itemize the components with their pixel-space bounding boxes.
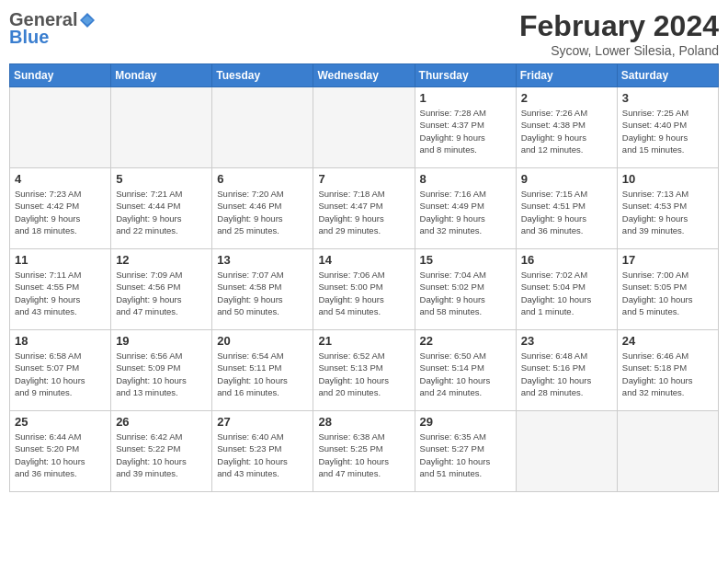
weekday-header-monday: Monday — [111, 64, 212, 87]
day-detail: Sunrise: 7:07 AM Sunset: 4:58 PM Dayligh… — [217, 269, 308, 317]
day-number: 5 — [116, 172, 207, 186]
day-number: 2 — [521, 91, 612, 105]
calendar-cell: 6Sunrise: 7:20 AM Sunset: 4:46 PM Daylig… — [212, 168, 313, 249]
day-number: 8 — [420, 172, 511, 186]
calendar-cell: 14Sunrise: 7:06 AM Sunset: 5:00 PM Dayli… — [313, 249, 415, 330]
calendar-cell — [617, 411, 718, 492]
day-detail: Sunrise: 6:40 AM Sunset: 5:23 PM Dayligh… — [217, 431, 308, 479]
day-number: 17 — [622, 253, 713, 267]
day-number: 16 — [521, 253, 612, 267]
calendar-cell: 29Sunrise: 6:35 AM Sunset: 5:27 PM Dayli… — [415, 411, 516, 492]
day-detail: Sunrise: 6:46 AM Sunset: 5:18 PM Dayligh… — [622, 350, 713, 398]
page-header: General Blue February 2024 Sycow, Lower … — [9, 9, 719, 58]
day-number: 7 — [318, 172, 409, 186]
calendar-cell: 2Sunrise: 7:26 AM Sunset: 4:38 PM Daylig… — [516, 87, 617, 168]
calendar-cell: 15Sunrise: 7:04 AM Sunset: 5:02 PM Dayli… — [415, 249, 516, 330]
day-detail: Sunrise: 6:38 AM Sunset: 5:25 PM Dayligh… — [318, 431, 409, 479]
weekday-header-tuesday: Tuesday — [212, 64, 313, 87]
day-detail: Sunrise: 6:56 AM Sunset: 5:09 PM Dayligh… — [116, 350, 207, 398]
logo-blue: Blue — [9, 27, 49, 48]
day-detail: Sunrise: 7:28 AM Sunset: 4:37 PM Dayligh… — [420, 107, 511, 155]
calendar-cell: 12Sunrise: 7:09 AM Sunset: 4:56 PM Dayli… — [111, 249, 212, 330]
day-detail: Sunrise: 6:35 AM Sunset: 5:27 PM Dayligh… — [420, 431, 511, 479]
day-detail: Sunrise: 7:15 AM Sunset: 4:51 PM Dayligh… — [521, 188, 612, 236]
calendar-cell: 22Sunrise: 6:50 AM Sunset: 5:14 PM Dayli… — [415, 330, 516, 411]
day-number: 19 — [116, 334, 207, 348]
day-detail: Sunrise: 7:20 AM Sunset: 4:46 PM Dayligh… — [217, 188, 308, 236]
weekday-header-friday: Friday — [516, 64, 617, 87]
day-number: 13 — [217, 253, 308, 267]
day-number: 23 — [521, 334, 612, 348]
calendar-subtitle: Sycow, Lower Silesia, Poland — [519, 43, 719, 58]
day-number: 6 — [217, 172, 308, 186]
day-detail: Sunrise: 7:18 AM Sunset: 4:47 PM Dayligh… — [318, 188, 409, 236]
calendar-cell: 19Sunrise: 6:56 AM Sunset: 5:09 PM Dayli… — [111, 330, 212, 411]
week-row-3: 11Sunrise: 7:11 AM Sunset: 4:55 PM Dayli… — [10, 249, 719, 330]
day-detail: Sunrise: 7:21 AM Sunset: 4:44 PM Dayligh… — [116, 188, 207, 236]
calendar-cell: 24Sunrise: 6:46 AM Sunset: 5:18 PM Dayli… — [617, 330, 718, 411]
day-number: 14 — [318, 253, 409, 267]
day-detail: Sunrise: 6:50 AM Sunset: 5:14 PM Dayligh… — [420, 350, 511, 398]
calendar-cell: 18Sunrise: 6:58 AM Sunset: 5:07 PM Dayli… — [10, 330, 111, 411]
day-detail: Sunrise: 7:16 AM Sunset: 4:49 PM Dayligh… — [420, 188, 511, 236]
calendar-cell: 25Sunrise: 6:44 AM Sunset: 5:20 PM Dayli… — [10, 411, 111, 492]
day-detail: Sunrise: 6:52 AM Sunset: 5:13 PM Dayligh… — [318, 350, 409, 398]
day-detail: Sunrise: 6:58 AM Sunset: 5:07 PM Dayligh… — [15, 350, 106, 398]
day-detail: Sunrise: 6:54 AM Sunset: 5:11 PM Dayligh… — [217, 350, 308, 398]
day-number: 18 — [15, 334, 106, 348]
day-number: 12 — [116, 253, 207, 267]
day-number: 11 — [15, 253, 106, 267]
day-detail: Sunrise: 7:11 AM Sunset: 4:55 PM Dayligh… — [15, 269, 106, 317]
day-number: 10 — [622, 172, 713, 186]
calendar-cell: 11Sunrise: 7:11 AM Sunset: 4:55 PM Dayli… — [10, 249, 111, 330]
week-row-5: 25Sunrise: 6:44 AM Sunset: 5:20 PM Dayli… — [10, 411, 719, 492]
day-number: 20 — [217, 334, 308, 348]
day-number: 15 — [420, 253, 511, 267]
day-detail: Sunrise: 6:42 AM Sunset: 5:22 PM Dayligh… — [116, 431, 207, 479]
week-row-4: 18Sunrise: 6:58 AM Sunset: 5:07 PM Dayli… — [10, 330, 719, 411]
day-number: 29 — [420, 415, 511, 429]
day-number: 24 — [622, 334, 713, 348]
day-detail: Sunrise: 7:23 AM Sunset: 4:42 PM Dayligh… — [15, 188, 106, 236]
calendar-cell: 4Sunrise: 7:23 AM Sunset: 4:42 PM Daylig… — [10, 168, 111, 249]
calendar-cell — [111, 87, 212, 168]
weekday-header-sunday: Sunday — [10, 64, 111, 87]
calendar-cell: 16Sunrise: 7:02 AM Sunset: 5:04 PM Dayli… — [516, 249, 617, 330]
day-detail: Sunrise: 7:25 AM Sunset: 4:40 PM Dayligh… — [622, 107, 713, 155]
day-number: 25 — [15, 415, 106, 429]
title-block: February 2024 Sycow, Lower Silesia, Pola… — [519, 9, 719, 58]
logo: General Blue — [9, 9, 97, 48]
day-detail: Sunrise: 7:00 AM Sunset: 5:05 PM Dayligh… — [622, 269, 713, 317]
calendar-title: February 2024 — [519, 9, 719, 43]
weekday-header-row: SundayMondayTuesdayWednesdayThursdayFrid… — [10, 64, 719, 87]
calendar-cell: 3Sunrise: 7:25 AM Sunset: 4:40 PM Daylig… — [617, 87, 718, 168]
day-detail: Sunrise: 7:26 AM Sunset: 4:38 PM Dayligh… — [521, 107, 612, 155]
calendar-cell: 5Sunrise: 7:21 AM Sunset: 4:44 PM Daylig… — [111, 168, 212, 249]
day-number: 4 — [15, 172, 106, 186]
calendar-cell — [313, 87, 415, 168]
calendar-cell — [516, 411, 617, 492]
week-row-2: 4Sunrise: 7:23 AM Sunset: 4:42 PM Daylig… — [10, 168, 719, 249]
logo-icon — [78, 11, 97, 29]
day-number: 22 — [420, 334, 511, 348]
calendar-cell: 28Sunrise: 6:38 AM Sunset: 5:25 PM Dayli… — [313, 411, 415, 492]
day-number: 27 — [217, 415, 308, 429]
weekday-header-wednesday: Wednesday — [313, 64, 415, 87]
calendar-cell — [10, 87, 111, 168]
calendar-cell: 17Sunrise: 7:00 AM Sunset: 5:05 PM Dayli… — [617, 249, 718, 330]
calendar-cell: 7Sunrise: 7:18 AM Sunset: 4:47 PM Daylig… — [313, 168, 415, 249]
calendar-cell: 23Sunrise: 6:48 AM Sunset: 5:16 PM Dayli… — [516, 330, 617, 411]
day-detail: Sunrise: 7:09 AM Sunset: 4:56 PM Dayligh… — [116, 269, 207, 317]
calendar-cell: 26Sunrise: 6:42 AM Sunset: 5:22 PM Dayli… — [111, 411, 212, 492]
weekday-header-saturday: Saturday — [617, 64, 718, 87]
calendar-cell: 10Sunrise: 7:13 AM Sunset: 4:53 PM Dayli… — [617, 168, 718, 249]
calendar-cell: 21Sunrise: 6:52 AM Sunset: 5:13 PM Dayli… — [313, 330, 415, 411]
calendar-cell: 9Sunrise: 7:15 AM Sunset: 4:51 PM Daylig… — [516, 168, 617, 249]
calendar-cell: 1Sunrise: 7:28 AM Sunset: 4:37 PM Daylig… — [415, 87, 516, 168]
day-detail: Sunrise: 7:02 AM Sunset: 5:04 PM Dayligh… — [521, 269, 612, 317]
calendar-cell: 8Sunrise: 7:16 AM Sunset: 4:49 PM Daylig… — [415, 168, 516, 249]
day-number: 1 — [420, 91, 511, 105]
day-detail: Sunrise: 6:44 AM Sunset: 5:20 PM Dayligh… — [15, 431, 106, 479]
day-detail: Sunrise: 7:13 AM Sunset: 4:53 PM Dayligh… — [622, 188, 713, 236]
day-detail: Sunrise: 6:48 AM Sunset: 5:16 PM Dayligh… — [521, 350, 612, 398]
